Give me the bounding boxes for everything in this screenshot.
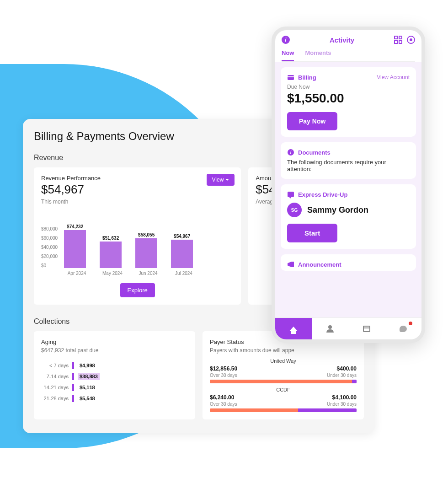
revenue-perf-sub: This month <box>41 199 234 205</box>
view-button-label: View <box>212 177 224 183</box>
chart-y-axis: $80,000 $60,000 $40,000 $20,000 $0 <box>41 227 58 268</box>
payer-sub: Payers with amounts due will appe <box>210 347 357 354</box>
billing-card-title: Billing <box>298 74 316 81</box>
bar-value-label: $74,232 <box>67 224 83 229</box>
bar-rect <box>100 242 122 268</box>
phone-screen-title: Activity <box>330 36 354 44</box>
due-now-label: Due Now <box>287 84 410 90</box>
aging-amount: $4,998 <box>78 362 97 369</box>
aging-row: 14-21 days$5,118 <box>41 384 188 391</box>
billing-card: Billing View Account Due Now $1,550.00 P… <box>281 67 416 137</box>
aging-row: 21-28 days$5,548 <box>41 395 188 402</box>
payer-over-label: Over 30 days <box>210 402 237 407</box>
x-axis-label: May 2024 <box>99 271 126 276</box>
message-icon <box>288 192 294 197</box>
aging-range-label: 7-14 days <box>41 374 69 379</box>
phone-tabs: Now Moments <box>282 49 415 62</box>
x-axis-label: Jun 2024 <box>134 271 162 276</box>
documents-card-title: Documents <box>298 149 331 156</box>
tab-now[interactable]: Now <box>282 49 294 61</box>
nav-calendar[interactable] <box>348 318 385 339</box>
express-driveup-card: Express Drive-Up SG Sammy Gordon Start <box>281 184 416 249</box>
payer-over-label: Over 30 days <box>210 373 237 378</box>
x-axis-label: Apr 2024 <box>63 271 91 276</box>
info-icon[interactable]: i <box>282 36 290 44</box>
home-icon <box>289 327 298 331</box>
bar-rect <box>135 238 157 268</box>
phone-body[interactable]: Billing View Account Due Now $1,550.00 P… <box>275 62 421 317</box>
x-axis-label: Jul 2024 <box>170 271 197 276</box>
aging-range-label: 21-28 days <box>41 396 69 401</box>
aging-row: < 7 days$4,998 <box>41 362 188 369</box>
aging-sub: $647,932 total past due <box>41 347 188 354</box>
child-name: Sammy Gordon <box>307 205 368 215</box>
payer-progress-bar <box>210 380 357 383</box>
announcement-card: Announcement <box>281 254 416 271</box>
pay-now-button[interactable]: Pay Now <box>287 112 337 130</box>
calendar-icon <box>363 326 370 332</box>
chevron-down-icon <box>225 179 229 181</box>
mobile-device-frame: i Activity Now Moments Billing View Acco… <box>272 27 425 343</box>
billing-icon <box>288 75 294 80</box>
view-account-link[interactable]: View Account <box>377 74 410 81</box>
aging-amount: $5,548 <box>78 395 97 402</box>
aging-amount: $38,883 <box>78 373 100 380</box>
view-button[interactable]: View <box>207 174 235 186</box>
aging-bar-stub <box>72 362 74 369</box>
revenue-performance-card: View Revenue Performance $54,967 This mo… <box>34 167 241 305</box>
driveup-card-title: Express Drive-Up <box>298 191 347 198</box>
bar-value-label: $58,055 <box>138 232 155 237</box>
bar-rect <box>171 240 193 268</box>
megaphone-icon <box>288 262 294 267</box>
aging-amount: $5,118 <box>78 384 97 391</box>
aging-range-label: 14-21 days <box>41 385 69 390</box>
payer-under-label: Under 30 days <box>327 373 357 378</box>
payer-item: CCDF$6,240.00$4,100.00Over 30 daysUnder … <box>210 387 357 412</box>
announcement-card-title: Announcement <box>298 261 341 268</box>
bar-rect <box>64 230 86 268</box>
revenue-perf-value: $54,967 <box>41 183 234 197</box>
documents-text: The following documents require your att… <box>287 159 410 172</box>
qr-icon[interactable] <box>394 36 402 44</box>
chart-bar: $51,632 <box>97 236 124 268</box>
nav-people[interactable] <box>312 318 348 339</box>
notification-dot <box>409 322 412 325</box>
nav-chat[interactable] <box>385 318 421 339</box>
person-icon <box>326 325 334 333</box>
revenue-perf-label: Revenue Performance <box>41 175 234 182</box>
payer-under-label: Under 30 days <box>327 402 357 407</box>
explore-button[interactable]: Explore <box>120 283 155 297</box>
aging-card: Aging $647,932 total past due < 7 days$4… <box>34 331 195 419</box>
payer-name: United Way <box>210 358 357 364</box>
chart-bar: $54,967 <box>168 234 196 268</box>
phone-header: i Activity Now Moments <box>275 30 421 62</box>
bar-value-label: $51,632 <box>102 236 119 241</box>
child-avatar: SG <box>287 203 302 217</box>
phone-bottom-nav <box>275 317 421 339</box>
payer-name: CCDF <box>210 387 357 392</box>
payer-over-amount: $6,240.00 <box>210 394 234 401</box>
chart-bar: $74,232 <box>61 224 89 268</box>
payer-item: United Way$12,856.50$400.00Over 30 daysU… <box>210 358 357 383</box>
chat-icon <box>400 326 407 332</box>
payer-status-card: Payer Status Payers with amounts due wil… <box>203 331 364 419</box>
aging-bar-stub <box>72 384 74 391</box>
nav-home[interactable] <box>275 318 312 339</box>
aging-range-label: < 7 days <box>41 363 69 368</box>
payer-over-amount: $12,856.50 <box>210 365 237 372</box>
aging-bar-stub <box>72 373 74 380</box>
start-button[interactable]: Start <box>287 224 337 242</box>
tab-moments[interactable]: Moments <box>305 49 331 61</box>
chart-bar: $58,055 <box>133 232 160 268</box>
payer-progress-bar <box>210 408 357 412</box>
profile-icon[interactable] <box>407 36 415 44</box>
aging-label: Aging <box>41 338 188 345</box>
aging-bar-stub <box>72 395 74 402</box>
payer-under-amount: $400.00 <box>337 365 357 372</box>
documents-card: i Documents The following documents requ… <box>281 142 416 179</box>
documents-icon: i <box>288 149 294 156</box>
bar-value-label: $54,967 <box>174 234 190 239</box>
due-amount: $1,550.00 <box>287 91 410 106</box>
revenue-bar-chart: $80,000 $60,000 $40,000 $20,000 $0 $74,2… <box>41 218 234 276</box>
aging-row: 7-14 days$38,883 <box>41 373 188 380</box>
